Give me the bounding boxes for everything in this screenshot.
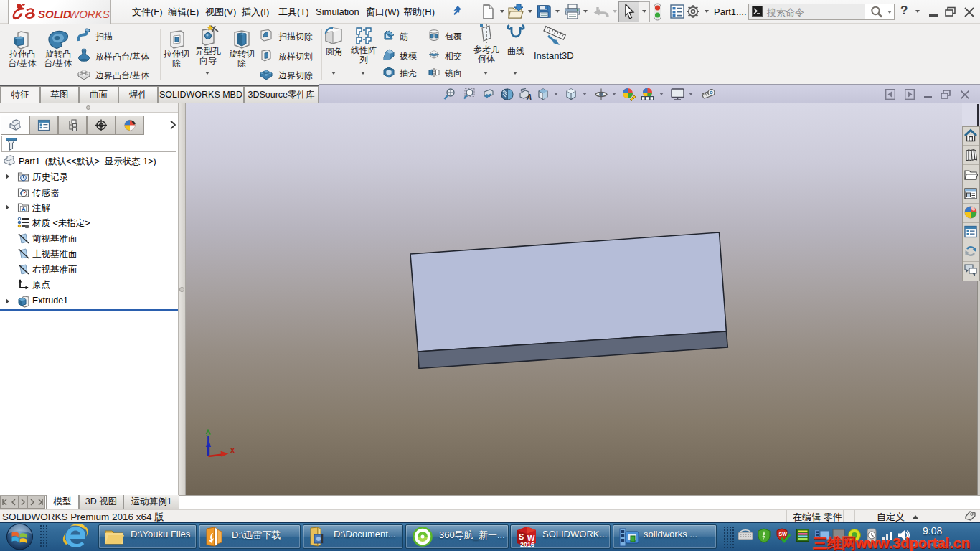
svg-text:SW: SW (779, 532, 788, 537)
svg-text:X: X (230, 446, 235, 455)
svg-text:S: S (519, 532, 524, 541)
svg-text:A: A (526, 93, 532, 101)
svg-text:WORKS: WORKS (69, 8, 110, 20)
svg-text:SOLID: SOLID (38, 8, 71, 20)
svg-text:2016: 2016 (520, 541, 534, 548)
svg-text:A: A (22, 206, 26, 212)
